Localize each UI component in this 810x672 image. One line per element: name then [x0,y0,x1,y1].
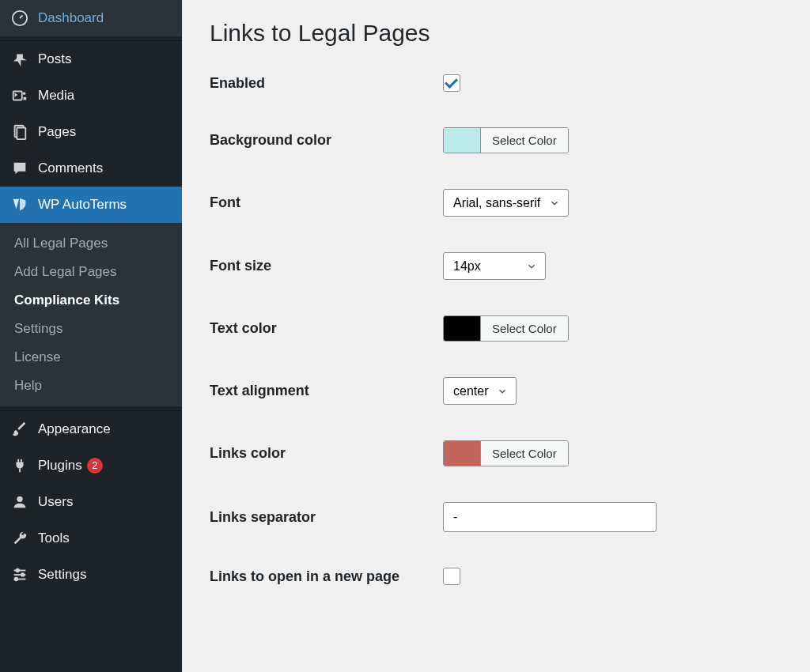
sidebar-item-label: Users [38,494,73,510]
admin-sidebar: Dashboard Posts Media Pages Comments WP … [0,0,182,672]
submenu-item-all-legal-pages[interactable]: All Legal Pages [0,229,182,258]
enabled-checkbox[interactable] [443,74,460,92]
svg-point-5 [17,496,22,502]
comments-icon [11,160,28,177]
submenu-item-compliance-kits[interactable]: Compliance Kits [0,286,182,315]
bg-color-button[interactable]: Select Color [480,128,568,153]
text-align-select[interactable]: center [443,377,517,405]
field-background-color: Background color Select Color [210,127,782,153]
text-color-button[interactable]: Select Color [480,316,568,341]
bg-color-swatch [444,128,480,153]
field-text-color: Text color Select Color [210,315,782,342]
submenu-item-add-legal-pages[interactable]: Add Legal Pages [0,258,182,286]
sidebar-item-dashboard[interactable]: Dashboard [0,0,182,36]
svg-rect-1 [13,92,22,100]
sidebar-item-media[interactable]: Media [0,77,182,114]
sidebar-item-label: Tools [38,530,70,546]
sidebar-item-label: Dashboard [38,10,104,26]
autoterms-icon [11,196,28,213]
field-label: Enabled [210,75,443,92]
media-icon [11,87,28,104]
sidebar-item-label: Settings [38,567,86,583]
text-color-swatch [444,316,480,341]
submenu-item-license[interactable]: License [0,343,182,372]
submenu-item-help[interactable]: Help [0,372,182,400]
field-links-new-page: Links to open in a new page [210,568,782,585]
svg-point-10 [21,573,25,576]
field-links-separator: Links separator [210,502,782,532]
page-title: Links to Legal Pages [210,20,782,47]
pages-icon [11,123,28,141]
pin-icon [11,51,28,68]
links-color-picker[interactable]: Select Color [443,440,569,466]
sidebar-item-users[interactable]: Users [0,484,182,520]
field-label: Links separator [210,509,443,526]
field-text-alignment: Text alignment center [210,377,782,405]
sidebar-item-wp-autoterms[interactable]: WP AutoTerms [0,187,182,223]
font-select[interactable]: Arial, sans-serif [443,189,569,217]
links-color-swatch [444,441,480,466]
field-label: Links color [210,445,443,462]
dashboard-icon [11,9,28,27]
field-label: Font size [210,258,443,274]
sidebar-item-label: Pages [38,124,76,140]
sidebar-item-label: Plugins [38,458,82,474]
field-label: Text color [210,320,443,337]
sidebar-item-settings[interactable]: Settings [0,557,182,593]
text-color-picker[interactable]: Select Color [443,315,569,342]
submenu-wp-autoterms: All Legal Pages Add Legal Pages Complian… [0,223,182,406]
links-color-button[interactable]: Select Color [480,441,568,466]
svg-point-11 [15,578,18,581]
svg-point-9 [16,569,19,572]
field-enabled: Enabled [210,74,782,92]
field-links-color: Links color Select Color [210,440,782,466]
user-icon [11,493,28,511]
sidebar-item-label: Appearance [38,421,111,437]
main-content: Links to Legal Pages Enabled Background … [182,0,810,672]
plugins-update-badge: 2 [87,458,103,474]
sliders-icon [11,566,28,583]
field-label: Links to open in a new page [210,568,443,585]
wrench-icon [11,530,28,547]
sidebar-item-plugins[interactable]: Plugins 2 [0,447,182,484]
sidebar-item-tools[interactable]: Tools [0,520,182,557]
links-new-page-checkbox[interactable] [443,568,460,585]
field-label: Font [210,194,443,211]
field-font-size: Font size 14px [210,252,782,280]
field-label: Background color [210,132,443,149]
sidebar-item-label: Comments [38,160,103,176]
submenu-item-settings[interactable]: Settings [0,315,182,343]
sidebar-item-label: Posts [38,51,72,67]
sidebar-item-label: WP AutoTerms [38,197,127,213]
sidebar-item-pages[interactable]: Pages [0,114,182,150]
sidebar-item-label: Media [38,88,74,104]
brush-icon [11,421,28,438]
sidebar-item-comments[interactable]: Comments [0,150,182,187]
svg-point-2 [23,92,26,95]
links-separator-input[interactable] [443,502,657,532]
font-size-select[interactable]: 14px [443,252,546,280]
field-font: Font Arial, sans-serif [210,189,782,217]
sidebar-item-posts[interactable]: Posts [0,41,182,77]
bg-color-picker[interactable]: Select Color [443,127,569,153]
plug-icon [11,457,28,474]
sidebar-item-appearance[interactable]: Appearance [0,411,182,447]
field-label: Text alignment [210,383,443,399]
svg-rect-4 [17,128,25,140]
